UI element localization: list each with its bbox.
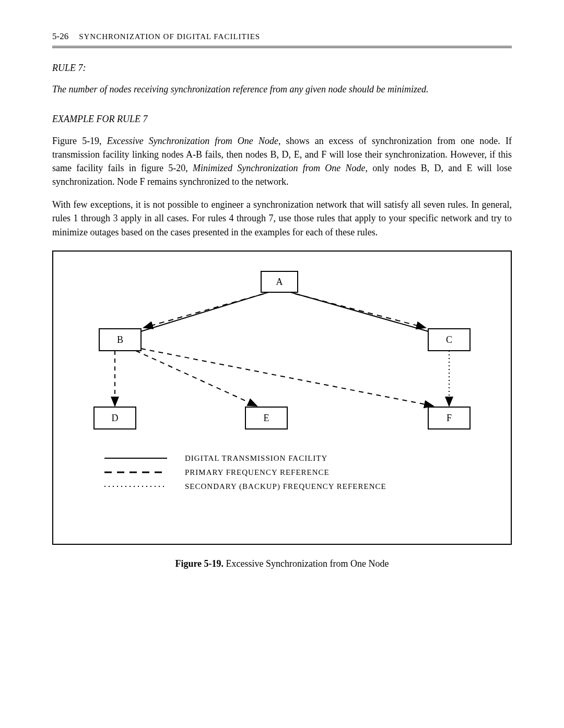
page-number: 5-26 (52, 31, 68, 42)
para1-em1: Excessive Synchronization from One Node, (107, 136, 281, 146)
legend-dashed-label: PRIMARY FREQUENCY REFERENCE (185, 468, 330, 477)
legend: DIGITAL TRANSMISSION FACILITY PRIMARY FR… (104, 454, 501, 491)
node-e-label: E (264, 413, 269, 423)
running-header: 5-26 SYNCHRONIZATION OF DIGITAL FACILITI… (52, 31, 512, 42)
figure-box: A B C D E F (52, 250, 512, 545)
para1-em2: Minimized Synchronization from One Node, (193, 163, 368, 173)
node-c-label: C (446, 335, 452, 345)
header-double-rule (52, 46, 512, 48)
node-b-label: B (117, 335, 123, 345)
example-paragraph-1: Figure 5-19, Excessive Synchronization f… (52, 134, 512, 188)
legend-row-solid: DIGITAL TRANSMISSION FACILITY (104, 454, 501, 463)
example-heading: EXAMPLE FOR RULE 7 (52, 114, 512, 125)
rule-heading: RULE 7: (52, 63, 512, 74)
diagram-svg: A B C D E F (63, 261, 501, 449)
svg-line-8 (290, 292, 428, 331)
legend-dashed-icon (104, 469, 167, 476)
rule-text: The number of nodes receiving synchroniz… (52, 84, 512, 95)
svg-line-10 (295, 294, 426, 328)
node-a-label: A (276, 277, 283, 287)
para1-prefix: Figure 5-19, (52, 136, 107, 146)
legend-dotted-icon (104, 483, 167, 490)
legend-dotted-label: SECONDARY (BACKUP) FREQUENCY REFERENCE (185, 482, 386, 491)
legend-solid-label: DIGITAL TRANSMISSION FACILITY (185, 454, 327, 463)
header-title: SYNCHRONIZATION OF DIGITAL FACILITIES (79, 32, 260, 41)
svg-line-13 (141, 349, 433, 406)
example-paragraph-2: With few exceptions, it is not possible … (52, 198, 512, 238)
figure-caption-text: Excessive Synchronization from One Node (224, 558, 389, 569)
figure-caption-label: Figure 5-19. (175, 558, 224, 569)
figure-caption: Figure 5-19. Excessive Synchronization f… (52, 558, 512, 569)
page-container: 5-26 SYNCHRONIZATION OF DIGITAL FACILITI… (0, 0, 564, 601)
legend-row-dotted: SECONDARY (BACKUP) FREQUENCY REFERENCE (104, 482, 501, 491)
node-d-label: D (112, 413, 119, 423)
node-f-label: F (446, 413, 452, 423)
svg-line-7 (141, 292, 268, 331)
legend-solid-icon (104, 455, 167, 462)
legend-row-dashed: PRIMARY FREQUENCY REFERENCE (104, 468, 501, 477)
